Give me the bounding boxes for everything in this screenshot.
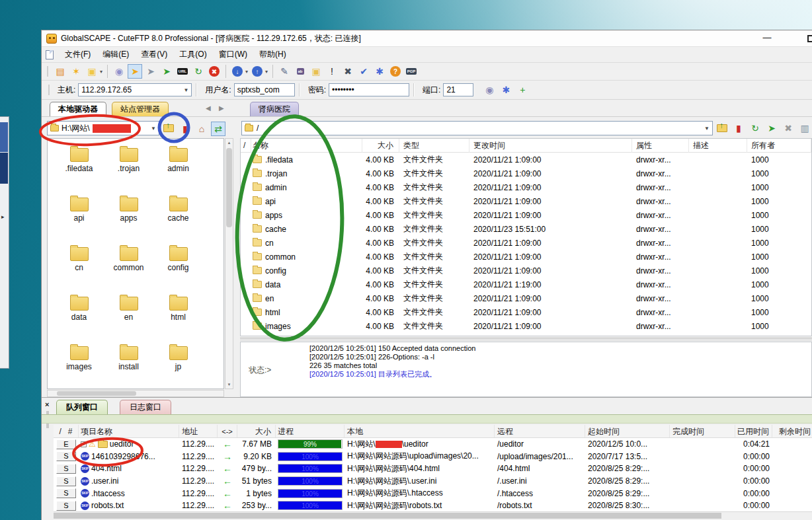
menu-edit[interactable]: 编辑(E) (97, 48, 135, 61)
log-splitter[interactable] (240, 338, 812, 341)
disconnect-icon[interactable]: ▮ (178, 122, 192, 136)
column-item-name[interactable]: 项目名称 (79, 425, 179, 438)
column-root[interactable]: / (241, 139, 251, 153)
menu-tools[interactable]: 工具(O) (173, 48, 212, 61)
pgp-icon[interactable]: PGP (404, 64, 419, 79)
refresh-icon[interactable]: ↻ (191, 64, 206, 79)
settings-gear-icon[interactable]: ✱ (372, 64, 387, 79)
local-folder-config[interactable]: config (153, 244, 203, 294)
queue-horizontal-scrollbar[interactable] (54, 511, 812, 519)
column-remaining-time[interactable]: 剩余时间 (772, 425, 812, 438)
remote-row-cn[interactable]: cn4.00 KB文件文件夹2020/11/21 1:09:00drwxr-xr… (241, 236, 811, 250)
port-input[interactable]: 21 (443, 83, 473, 96)
remote-row-data[interactable]: data4.00 KB文件文件夹2020/11/21 1:19:00drwxr-… (241, 278, 811, 291)
new-folder-icon[interactable]: ▣ (309, 64, 323, 79)
remote-row-apps[interactable]: apps4.00 KB文件文件夹2020/11/21 1:09:00drwxr-… (241, 208, 811, 222)
dropdown-arrow-icon[interactable]: ▾ (245, 69, 248, 75)
maximize-button[interactable] (807, 35, 812, 42)
delete-icon[interactable]: ✖ (341, 64, 355, 79)
local-folder-.trojan[interactable]: .trojan (104, 145, 153, 195)
dial-icon[interactable]: ◉ (482, 83, 497, 97)
queue-status-button[interactable]: S (56, 488, 76, 498)
upload-icon[interactable]: ↑ (250, 64, 264, 79)
column-owner[interactable]: 所有者 (747, 139, 811, 153)
column-size[interactable]: 大小 (362, 139, 399, 153)
tab-log-window[interactable]: 日志窗口 (120, 400, 171, 414)
scrollbar-thumb[interactable] (57, 391, 136, 396)
queue-status-button[interactable]: S (56, 476, 76, 486)
refresh-list-icon[interactable]: ↻ (748, 121, 762, 135)
queue-row-.user.ini[interactable]: SSKIP.user.ini112.29....←51 bytes100%H:\… (54, 475, 812, 488)
remote-row-common[interactable]: common4.00 KB文件文件夹2020/11/21 1:09:00drwx… (241, 250, 811, 264)
tab-scroll-right-icon[interactable]: ▶ (219, 104, 224, 112)
select-pointer-icon[interactable]: ➤ (128, 64, 142, 79)
local-folder-common[interactable]: common (104, 244, 153, 294)
tab-site-manager[interactable]: 站点管理器 (112, 102, 169, 116)
local-folder-jp[interactable]: jp (153, 344, 203, 389)
queue-status-button[interactable]: E (56, 439, 76, 449)
chevron-down-icon[interactable]: ▼ (151, 126, 156, 131)
remote-row-config[interactable]: config4.00 KB文件文件夹2020/11/21 1:09:00drwx… (241, 264, 811, 278)
local-folder-admin[interactable]: admin (153, 145, 203, 195)
remote-row-cache[interactable]: cache4.00 KB文件文件夹2020/11/23 15:51:00drwx… (241, 222, 811, 236)
remote-row-admin[interactable]: admin4.00 KB文件文件夹2020/11/21 1:09:00drwxr… (241, 180, 811, 194)
local-file-list[interactable]: .filedata.trojanadminapiappscachecncommo… (47, 138, 224, 389)
stop-icon[interactable]: ✖ (207, 64, 222, 79)
chevron-down-icon[interactable]: ▼ (183, 87, 188, 93)
scrollbar-thumb[interactable] (54, 513, 721, 519)
queue-row-1461039298676...[interactable]: SSKIP1461039298676...112.29....→9.20 KB1… (54, 451, 812, 463)
remote-row-html[interactable]: html4.00 KB文件文件夹2020/11/21 1:09:00drwxr-… (241, 305, 811, 319)
help-headset-icon[interactable]: ? (388, 64, 403, 79)
local-folder-apps[interactable]: apps (104, 195, 153, 244)
local-folder-images[interactable]: images (54, 344, 104, 389)
tab-remote-site[interactable]: 肾病医院 (250, 102, 299, 116)
column-desc[interactable]: 描述 (689, 139, 747, 153)
up-folder-icon[interactable]: ↑ (161, 121, 176, 135)
local-folder-data[interactable]: data (54, 294, 104, 344)
queue-row-robots.txt[interactable]: SSKIProbots.txt112.29....←253 by...100%H… (54, 500, 812, 512)
cancel-icon[interactable]: ✖ (781, 121, 795, 135)
tab-local-drives[interactable]: 本地驱动器 (50, 102, 106, 116)
execute-icon[interactable]: ! (325, 64, 339, 79)
title-bar[interactable]: GlobalSCAPE - CuteFTP 8.0 Professional -… (42, 30, 812, 47)
remote-row-.filedata[interactable]: .filedata4.00 KB文件文件夹2020/11/21 1:09:00d… (241, 153, 811, 167)
column-attrs[interactable]: 属性 (632, 139, 689, 153)
local-vertical-scrollbar[interactable]: ▲ ▼ (225, 138, 233, 389)
tab-queue-window[interactable]: 队列窗口 (56, 400, 108, 414)
remote-row-images[interactable]: images4.00 KB文件文件夹2020/11/21 1:09:00drwx… (241, 319, 811, 333)
go-pointer-icon[interactable]: ➤ (159, 64, 174, 79)
queue-row-ueditor[interactable]: E-⚠ueditor112.29....←7.67 MB99%H:\网站\\ue… (54, 438, 812, 451)
disconnect-icon[interactable]: ▮ (731, 121, 746, 135)
download-icon[interactable]: ↓ (230, 64, 245, 79)
password-input[interactable]: •••••••• (329, 83, 409, 96)
remote-table-header[interactable]: / 名称 大小 类型 更改时间 属性 描述 所有者 (241, 139, 811, 153)
local-folder-api[interactable]: api (54, 195, 104, 244)
up-folder-icon[interactable]: ↑ (715, 121, 729, 135)
connection-wizard-icon[interactable]: ✶ (69, 64, 83, 79)
column-remote[interactable]: 远程 (495, 425, 585, 438)
chevron-down-icon[interactable]: ▼ (704, 126, 710, 131)
local-folder-install[interactable]: install (104, 344, 153, 389)
remote-row-en[interactable]: en4.00 KB文件文件夹2020/11/21 1:09:00drwxr-xr… (241, 291, 811, 305)
column-type[interactable]: 类型 (399, 139, 469, 153)
queue-row-.htaccess[interactable]: SSKIP.htaccess112.29....←1 bytes100%H:\网… (54, 487, 812, 500)
queue-table-header[interactable]: /# 项目名称 地址 <-> 大小 进程 本地 远程 起始时间 完成时间 已用时… (54, 425, 812, 438)
host-input[interactable]: 112.29.172.65 ▼ (78, 83, 192, 96)
rename-icon[interactable]: ab (293, 64, 307, 79)
username-input[interactable]: sptxsb_com (234, 83, 295, 96)
filter-icon[interactable]: ▥ (797, 121, 812, 135)
verify-icon[interactable]: ✔ (356, 64, 371, 79)
menu-help[interactable]: 帮助(H) (253, 48, 292, 61)
column-num[interactable]: # (68, 425, 73, 438)
tree-expander-icon[interactable]: - (81, 441, 87, 447)
local-folder-cn[interactable]: cn (54, 244, 104, 294)
scrollbar-thumb[interactable] (226, 148, 232, 227)
menu-view[interactable]: 查看(V) (135, 48, 173, 61)
queue-row-404.html[interactable]: SSKIP404.html112.29....←479 by...100%H:\… (54, 463, 812, 475)
column-start-time[interactable]: 起始时间 (585, 425, 670, 438)
column-size[interactable]: 大小 (237, 425, 276, 438)
menu-window[interactable]: 窗口(W) (213, 48, 253, 61)
go-pointer-icon[interactable]: ➤ (764, 121, 779, 135)
url-clipboard-icon[interactable]: URL (175, 64, 190, 79)
quick-connect-icon[interactable]: ◉ (112, 64, 126, 79)
